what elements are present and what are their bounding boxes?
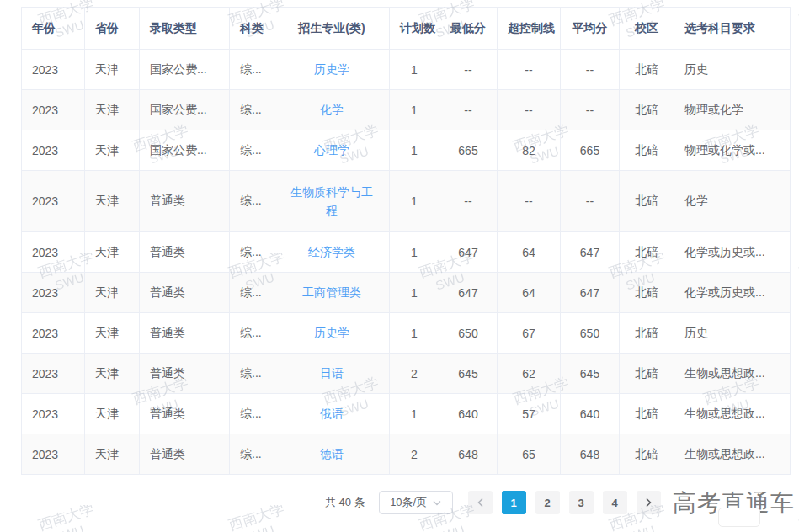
cell-province: 天津 — [85, 130, 140, 171]
table-header-row: 年份省份录取类型科类招生专业(类)计划数最低分超控制线平均分校区选考科目要求 — [22, 8, 791, 50]
col-header-min_score: 最低分 — [439, 8, 498, 50]
major-link[interactable]: 生物质科学与工程 — [288, 183, 376, 221]
table-row: 2023天津普通类综...工商管理类164764647北碚化学或历史或... — [22, 273, 791, 313]
col-header-year: 年份 — [22, 8, 85, 50]
table-row: 2023天津国家公费...综...历史学1------北碚历史 — [22, 50, 791, 90]
page-button-3[interactable]: 3 — [569, 491, 594, 514]
table-row: 2023天津普通类综...经济学类164764647北碚化学或历史或... — [22, 232, 791, 273]
cell-min_score: -- — [439, 171, 498, 232]
major-link[interactable]: 工商管理类 — [302, 283, 361, 301]
cell-above_control_line: 64 — [498, 232, 561, 273]
cell-province: 天津 — [85, 354, 140, 394]
cell-major: 心理学 — [274, 130, 390, 171]
major-link[interactable]: 德语 — [320, 444, 344, 463]
logo-box — [718, 508, 760, 527]
cell-min_score: 648 — [439, 434, 498, 475]
major-link[interactable]: 俄语 — [320, 404, 344, 423]
cell-campus: 北碚 — [620, 434, 674, 475]
cell-campus: 北碚 — [620, 90, 674, 130]
next-page-button[interactable] — [637, 491, 661, 514]
cell-min_score: 645 — [439, 354, 498, 394]
col-header-major: 招生专业(类) — [274, 8, 390, 50]
cell-major: 历史学 — [274, 313, 390, 354]
col-header-plan_count: 计划数 — [390, 8, 439, 50]
cell-plan_count: 1 — [390, 232, 439, 273]
cell-plan_count: 1 — [390, 130, 439, 171]
major-link[interactable]: 日语 — [320, 364, 344, 382]
cell-avg_score: 665 — [561, 130, 620, 171]
cell-above_control_line: 82 — [498, 130, 561, 171]
cell-major: 生物质科学与工程 — [274, 171, 390, 232]
major-link[interactable]: 经济学类 — [308, 242, 355, 261]
cell-plan_count: 1 — [390, 273, 439, 313]
cell-major: 历史学 — [274, 50, 390, 90]
total-count: 共 40 条 — [325, 495, 365, 510]
cell-subject_category: 综... — [230, 130, 274, 171]
cell-campus: 北碚 — [620, 232, 674, 273]
cell-major: 俄语 — [274, 394, 390, 434]
cell-subject_category: 综... — [230, 232, 274, 273]
cell-year: 2023 — [22, 171, 85, 232]
cell-min_score: 640 — [439, 394, 498, 434]
major-link[interactable]: 历史学 — [314, 60, 349, 78]
cell-subject_requirements: 历史 — [674, 50, 791, 90]
cell-major: 日语 — [274, 354, 390, 394]
admissions-table-wrap: 年份省份录取类型科类招生专业(类)计划数最低分超控制线平均分校区选考科目要求 2… — [21, 7, 791, 475]
col-header-province: 省份 — [85, 8, 140, 50]
cell-avg_score: -- — [561, 50, 620, 90]
cell-avg_score: 648 — [561, 434, 620, 475]
cell-admission_type: 普通类 — [140, 232, 230, 273]
cell-campus: 北碚 — [620, 313, 674, 354]
cell-above_control_line: 62 — [498, 354, 561, 394]
cell-above_control_line: 65 — [498, 434, 561, 475]
cell-min_score: 650 — [439, 313, 498, 354]
cell-admission_type: 普通类 — [140, 434, 230, 475]
major-link[interactable]: 心理学 — [314, 141, 349, 159]
cell-avg_score: -- — [561, 90, 620, 130]
cell-year: 2023 — [22, 130, 85, 171]
major-link[interactable]: 化学 — [320, 100, 344, 119]
cell-plan_count: 1 — [390, 171, 439, 232]
cell-admission_type: 普通类 — [140, 171, 230, 232]
cell-province: 天津 — [85, 90, 140, 130]
cell-admission_type: 国家公费... — [140, 50, 230, 90]
cell-year: 2023 — [22, 434, 85, 475]
cell-avg_score: 650 — [561, 313, 620, 354]
cell-year: 2023 — [22, 354, 85, 394]
cell-year: 2023 — [22, 273, 85, 313]
cell-province: 天津 — [85, 171, 140, 232]
page-button-2[interactable]: 2 — [535, 491, 560, 514]
cell-admission_type: 国家公费... — [140, 90, 230, 130]
prev-page-button[interactable] — [468, 491, 493, 514]
cell-subject_requirements: 生物或思想政... — [674, 394, 791, 434]
cell-province: 天津 — [85, 394, 140, 434]
page-button-4[interactable]: 4 — [603, 491, 627, 514]
cell-subject_requirements: 历史 — [674, 313, 791, 354]
cell-subject_category: 综... — [230, 394, 274, 434]
major-link[interactable]: 历史学 — [314, 323, 349, 342]
cell-subject_requirements: 物理或化学 — [674, 90, 791, 130]
cell-subject_requirements: 化学或历史或... — [674, 232, 791, 273]
cell-year: 2023 — [22, 394, 85, 434]
cell-plan_count: 2 — [390, 354, 439, 394]
cell-admission_type: 普通类 — [140, 394, 230, 434]
cell-major: 德语 — [274, 434, 390, 475]
page-size-select[interactable]: 10条/页 — [379, 491, 453, 514]
cell-plan_count: 1 — [390, 394, 439, 434]
cell-campus: 北碚 — [620, 394, 674, 434]
pager: 1234 — [468, 491, 661, 514]
col-header-subject_requirements: 选考科目要求 — [674, 8, 791, 50]
cell-campus: 北碚 — [620, 171, 674, 232]
cell-avg_score: 647 — [561, 273, 620, 313]
cell-avg_score: 647 — [561, 232, 620, 273]
col-header-above_control_line: 超控制线 — [498, 8, 561, 50]
cell-province: 天津 — [85, 273, 140, 313]
cell-above_control_line: -- — [498, 171, 561, 232]
page-size-value: 10条/页 — [390, 495, 427, 510]
chevron-down-icon — [433, 500, 441, 506]
cell-subject_requirements: 生物或思想政... — [674, 354, 791, 394]
page-button-1[interactable]: 1 — [502, 491, 526, 514]
cell-plan_count: 2 — [390, 434, 439, 475]
cell-year: 2023 — [22, 50, 85, 90]
cell-province: 天津 — [85, 232, 140, 273]
